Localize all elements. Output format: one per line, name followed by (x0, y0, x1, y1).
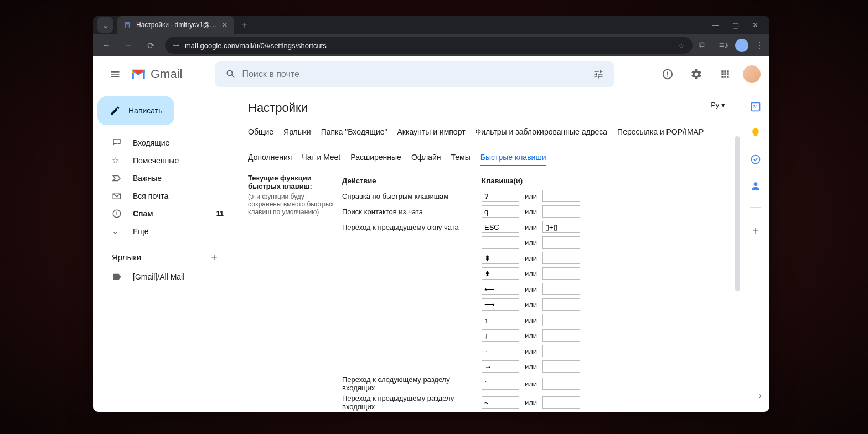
gmail-favicon (123, 20, 132, 29)
profile-avatar-browser[interactable] (735, 39, 748, 52)
settings-tab[interactable]: Общие (248, 124, 273, 140)
shortcut-row: Переход к предыдущему окну чатаили (342, 220, 727, 234)
gmail-logo[interactable]: Gmail (131, 67, 182, 81)
contacts-icon[interactable] (750, 180, 761, 192)
shortcut-key2-input[interactable] (542, 252, 580, 264)
sidebar-item-star[interactable]: ☆Помеченные (97, 152, 230, 169)
search-icon[interactable] (220, 69, 242, 80)
nav-label: Ещё (133, 227, 149, 236)
sidebar-item-more[interactable]: ⌄Ещё (97, 223, 230, 240)
search-options-icon[interactable] (587, 69, 609, 80)
settings-tab[interactable]: Ярлыки (283, 124, 311, 140)
get-addons-icon[interactable]: ＋ (750, 223, 761, 238)
shortcut-row: или (342, 329, 727, 342)
shortcut-key2-input[interactable] (542, 345, 580, 357)
shortcut-action: Справка по быстрым клавишам (342, 192, 482, 200)
extensions-icon[interactable]: ⧉ (699, 40, 705, 50)
expand-panel-icon[interactable]: › (759, 391, 762, 401)
sidebar-item-inbox[interactable]: Входящие (97, 134, 230, 152)
tasks-icon[interactable] (750, 154, 761, 165)
settings-gear-icon[interactable] (685, 63, 707, 85)
search-input[interactable] (242, 69, 587, 79)
bookmark-star-icon[interactable]: ☆ (678, 42, 685, 50)
shortcut-key2-input[interactable] (542, 190, 580, 202)
shortcut-key2-input[interactable] (542, 283, 580, 295)
close-window-button[interactable]: ✕ (752, 21, 758, 29)
tab-list-dropdown[interactable]: ⌄ (97, 17, 113, 33)
shortcut-row: или (342, 282, 727, 296)
shortcut-key2-input[interactable] (542, 314, 580, 326)
shortcut-key2-input[interactable] (542, 236, 580, 249)
shortcut-key1-input[interactable] (482, 360, 519, 373)
compose-button[interactable]: Написать (97, 96, 174, 125)
label-list: [Gmail]/All Mail (97, 268, 230, 286)
shortcut-key1-input[interactable] (482, 396, 519, 409)
shortcut-key2-input[interactable] (542, 221, 580, 233)
apps-grid-icon[interactable] (714, 63, 736, 85)
label-item[interactable]: [Gmail]/All Mail (97, 268, 230, 286)
shortcut-row: или (342, 313, 727, 327)
shortcut-row: или (342, 360, 727, 373)
nav-label: Входящие (133, 138, 169, 147)
or-text: или (525, 332, 537, 340)
forward-button[interactable]: → (121, 40, 136, 50)
address-bar[interactable]: ⊶ mail.google.com/mail/u/0/#settings/sho… (165, 37, 693, 54)
reload-button[interactable]: ⟳ (143, 40, 158, 51)
main-menu-icon[interactable] (102, 61, 128, 87)
scrollbar[interactable] (735, 136, 740, 291)
sidebar-item-important[interactable]: Важные (97, 169, 230, 187)
shortcut-key1-input[interactable] (482, 298, 519, 311)
or-text: или (525, 347, 537, 355)
shortcut-key1-input[interactable] (482, 252, 519, 264)
shortcut-key1-input[interactable] (482, 190, 519, 202)
settings-tab[interactable]: Чат и Meet (302, 149, 340, 166)
shortcut-key1-input[interactable] (482, 378, 519, 390)
shortcut-key2-input[interactable] (542, 329, 580, 342)
settings-tab[interactable]: Темы (451, 149, 470, 166)
shortcut-key2-input[interactable] (542, 396, 580, 409)
site-info-icon[interactable]: ⊶ (173, 42, 179, 49)
shortcut-key1-input[interactable] (482, 283, 519, 295)
header-actions (657, 63, 761, 85)
settings-tab[interactable]: Офлайн (411, 149, 441, 166)
media-control-icon[interactable]: ≡♪ (719, 40, 728, 50)
shortcut-key2-input[interactable] (542, 378, 580, 390)
support-icon[interactable] (657, 63, 679, 85)
settings-tab[interactable]: Фильтры и заблокированные адреса (476, 124, 608, 140)
settings-tab[interactable]: Быстрые клавиши (480, 149, 546, 166)
maximize-button[interactable]: ▢ (732, 21, 739, 29)
shortcut-key1-input[interactable] (482, 345, 519, 357)
settings-tab[interactable]: Папка "Входящие" (321, 124, 388, 140)
calendar-icon[interactable]: 31 (750, 101, 761, 112)
minimize-button[interactable]: — (712, 21, 719, 29)
sidebar-item-allmail[interactable]: Вся почта (97, 187, 230, 205)
tab-close-icon[interactable]: ✕ (221, 20, 228, 29)
shortcut-key1-input[interactable] (482, 314, 519, 326)
shortcut-key1-input[interactable] (482, 329, 519, 342)
shortcut-action: Переход к следующему разделу входящих (342, 375, 482, 392)
language-switcher[interactable]: Ру ▾ (711, 101, 725, 109)
shortcut-key2-input[interactable] (542, 205, 580, 218)
shortcut-key2-input[interactable] (542, 267, 580, 280)
back-button[interactable]: ← (99, 40, 114, 50)
settings-tab[interactable]: Дополнения (248, 149, 292, 166)
shortcut-key1-input[interactable] (482, 236, 519, 249)
add-label-icon[interactable]: ＋ (209, 250, 219, 264)
account-avatar[interactable] (743, 65, 761, 83)
shortcut-key1-input[interactable] (482, 205, 519, 218)
gmail-text: Gmail (151, 67, 182, 81)
shortcut-key2-input[interactable] (542, 298, 580, 311)
shortcut-key1-input[interactable] (482, 267, 519, 280)
shortcut-key2-input[interactable] (542, 360, 580, 373)
settings-tab[interactable]: Расширенные (350, 149, 401, 166)
shortcut-key1-input[interactable] (482, 221, 519, 233)
settings-tab[interactable]: Пересылка и POP/IMAP (617, 124, 704, 140)
search-box[interactable] (215, 61, 614, 87)
new-tab-button[interactable]: ＋ (240, 19, 249, 31)
keep-icon[interactable] (750, 127, 761, 138)
settings-tab[interactable]: Аккаунты и импорт (397, 124, 466, 140)
or-text: или (525, 270, 537, 278)
sidebar-item-spam[interactable]: !Спам11 (97, 205, 230, 223)
browser-tab[interactable]: Настройки - dmitrycv1@gmail. ✕ (117, 16, 234, 34)
browser-menu-icon[interactable]: ⋮ (755, 40, 764, 51)
